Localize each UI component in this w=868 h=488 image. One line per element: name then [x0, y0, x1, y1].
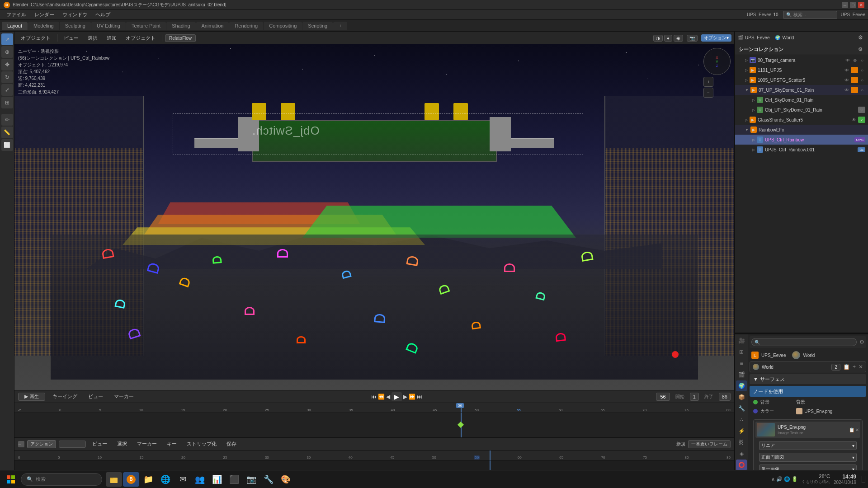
- sc-blue-badge-9[interactable]: D₂: [858, 147, 865, 152]
- sc-item-camera[interactable]: ▷ 📷 00_Target_camera 👁 ⊕ ○: [735, 55, 868, 65]
- action-marker-btn[interactable]: マーカー: [133, 440, 160, 448]
- action-type-dropdown[interactable]: アクション: [27, 440, 56, 448]
- sc-sel-btn-2[interactable]: ○: [859, 77, 865, 83]
- search-field[interactable]: 🔍 検索...: [783, 11, 837, 19]
- tab-modeling[interactable]: Modeling: [28, 22, 59, 30]
- tool-move[interactable]: ✥: [1, 59, 13, 70]
- taskbar-app-teams[interactable]: 👥: [192, 472, 208, 487]
- play-header[interactable]: ▶ 再生: [18, 393, 45, 401]
- frame-mode-dropdown[interactable]: 一番近いフレーム: [688, 440, 731, 448]
- tab-scripting[interactable]: Scripting: [302, 22, 333, 30]
- tab-shading[interactable]: Shading: [166, 22, 195, 30]
- tab-rendering[interactable]: Rendering: [229, 22, 263, 30]
- sc-orange-badge-1[interactable]: [851, 67, 858, 73]
- action-name-field[interactable]: [59, 441, 86, 448]
- next-frame-btn[interactable]: ⏩: [409, 394, 415, 400]
- action-strip-btn[interactable]: ストリップ化: [183, 440, 220, 448]
- interpolation-dropdown[interactable]: 正面円筒図 ▾: [759, 453, 857, 462]
- menu-file[interactable]: ファイル: [3, 10, 30, 19]
- world-new-btn[interactable]: +: [853, 364, 856, 370]
- sc-item-upjs-ctrl-rainbow[interactable]: ▷ ▽ UPJS_Ctrl_Rainbow.001 D₂: [735, 145, 868, 155]
- taskbar-app-unknown2[interactable]: 🎨: [278, 472, 294, 487]
- props-tab-physics[interactable]: ⚡: [736, 426, 747, 436]
- viewport-3d[interactable]: Obj_Switch. ユーザー・透視投影 (56)シーンコレクション | UP…: [14, 44, 734, 390]
- sc-vis-btn-3[interactable]: 👁: [844, 87, 850, 93]
- next-keyframe-btn[interactable]: ▶: [403, 394, 407, 400]
- sc-vis-btn-2[interactable]: 👁: [844, 77, 850, 83]
- marker-menu[interactable]: マーカー: [110, 392, 137, 401]
- tab-add[interactable]: +: [333, 22, 347, 30]
- taskbar-app-mail[interactable]: ✉: [175, 472, 191, 487]
- new-action-btn[interactable]: 新規: [676, 441, 685, 447]
- sc-orange-badge-3[interactable]: [851, 87, 858, 93]
- world-number[interactable]: 2: [831, 364, 840, 371]
- tool-cursor[interactable]: ⊕: [1, 46, 13, 58]
- prev-frame-btn[interactable]: ⏪: [378, 394, 385, 400]
- sc-vis-btn-6[interactable]: 👁: [851, 117, 857, 123]
- vp-object-menu[interactable]: オブジェクト: [122, 34, 159, 42]
- props-tab-modifier[interactable]: 🔧: [736, 403, 747, 414]
- sc-item-rainbow-parent[interactable]: ▼ ▶ RainbowEFx: [735, 125, 868, 135]
- navigation-gizmo[interactable]: X Y Z: [703, 48, 731, 75]
- keying-menu[interactable]: キーイング: [49, 392, 81, 401]
- sc-green-badge-6[interactable]: ✓: [858, 117, 865, 123]
- sc-item-skydome-parent[interactable]: ▼ ▶ 07_UP_SkyDome_01_Rain 👁 ○: [735, 85, 868, 95]
- overlay-dropdown[interactable]: RelatoFlow: [165, 34, 196, 42]
- zoom-in-btn[interactable]: +: [703, 77, 713, 87]
- sc-item-1101[interactable]: ▷ ▶ 1101_UPJS 👁 ○: [735, 65, 868, 75]
- sc-sel-btn-3[interactable]: ○: [859, 87, 865, 93]
- tool-rotate[interactable]: ↻: [1, 71, 13, 83]
- linear-dropdown[interactable]: リニア ▾: [759, 441, 857, 450]
- play-btn[interactable]: ▶: [392, 392, 402, 401]
- tab-uv-editing[interactable]: UV Editing: [91, 22, 126, 30]
- sc-item-scatter[interactable]: ▷ ▶ 1005_UPSTG_Scatter5 👁 ○: [735, 75, 868, 85]
- timeline-content[interactable]: [14, 413, 734, 437]
- action-view-btn[interactable]: ビュー: [89, 440, 111, 448]
- sc-item-obj-skydome[interactable]: ▷ ▽ Obj_UP_SkyDome_01_Rain ▽: [735, 105, 868, 115]
- color-swatch-node[interactable]: [796, 408, 802, 414]
- viewport-shade-render[interactable]: ◉: [674, 35, 683, 42]
- minimize-button[interactable]: ─: [842, 2, 848, 8]
- action-key-btn[interactable]: キー: [163, 440, 180, 448]
- rpanel-filter-icon[interactable]: ⚙: [858, 34, 865, 42]
- close-button[interactable]: ✕: [858, 2, 864, 8]
- viewport-shade-material[interactable]: ●: [664, 35, 672, 42]
- action-icon[interactable]: ≡: [18, 441, 24, 447]
- props-filter-icon[interactable]: ⚙: [859, 339, 864, 345]
- props-header-search[interactable]: 🔍: [751, 338, 857, 346]
- sc-render-btn-0[interactable]: ⊕: [852, 57, 858, 63]
- taskbar-app-browser[interactable]: 🌐: [157, 472, 174, 487]
- props-tab-data[interactable]: ◈: [736, 448, 747, 459]
- props-tab-output[interactable]: ⊞: [736, 347, 747, 357]
- show-desktop-btn[interactable]: [862, 476, 865, 483]
- windows-start-btn[interactable]: [3, 472, 19, 487]
- sc-sel-btn-0[interactable]: ○: [859, 57, 865, 63]
- taskbar-app-file[interactable]: 📁: [140, 472, 156, 487]
- option-button[interactable]: オプション▾: [701, 34, 731, 42]
- menu-render[interactable]: レンダー: [31, 10, 58, 19]
- sc-item-ctrl-skydome[interactable]: ▷ ▽ Ctrl_SkyDome_01_Rain: [735, 95, 868, 105]
- tool-add-cube[interactable]: ⬜: [1, 139, 13, 151]
- sc-vis-btn-1[interactable]: 👁: [844, 67, 850, 73]
- taskbar-app-photo[interactable]: 📷: [243, 472, 259, 487]
- datetime-display[interactable]: 14:49 2024/10/19: [834, 474, 856, 485]
- sc-orange-badge-2[interactable]: [851, 77, 858, 83]
- viewport-shade-solid[interactable]: ◑: [653, 35, 663, 42]
- scene-icon[interactable]: 🎬: [738, 35, 743, 40]
- tex-browse-btn[interactable]: 📋: [849, 427, 854, 432]
- props-tab-render[interactable]: 🎥: [736, 335, 747, 346]
- tool-transform[interactable]: ⊞: [1, 97, 13, 108]
- vp-select-menu[interactable]: 選択: [84, 34, 101, 42]
- sc-item-ups-ctrl-rainbow[interactable]: ▷ ▽ UPS_Ctrl_Rainbow UPS: [735, 135, 868, 145]
- viewport-camera-toggle[interactable]: 📷: [687, 35, 698, 42]
- action-select-btn[interactable]: 選択: [113, 440, 131, 448]
- sc-purple-badge-8[interactable]: UPS: [854, 137, 865, 142]
- texture-thumbnail[interactable]: [757, 423, 775, 436]
- tab-texture-paint[interactable]: Texture Paint: [126, 22, 166, 30]
- taskbar-app-unknown1[interactable]: 🔧: [260, 472, 277, 487]
- vp-view-menu[interactable]: ビュー: [60, 34, 82, 42]
- tool-scale[interactable]: ⤢: [1, 84, 13, 96]
- props-tab-object[interactable]: 📦: [736, 392, 747, 403]
- skip-end-btn[interactable]: ⏭: [417, 394, 422, 400]
- world-browse-btn[interactable]: 📋: [843, 364, 850, 370]
